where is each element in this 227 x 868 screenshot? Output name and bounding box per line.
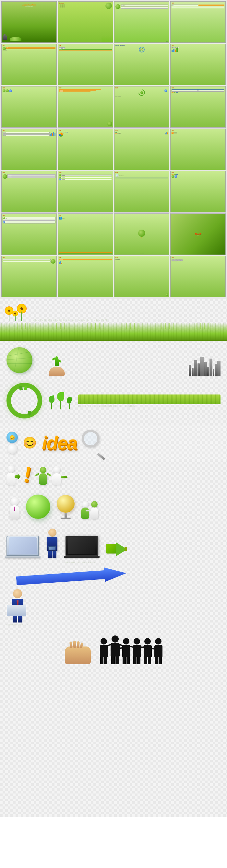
design-watermark-4: DESIGN DESIGN (6, 623, 29, 626)
silhouette-1 (100, 638, 108, 664)
megaphone-element (106, 540, 127, 558)
business-person-section: DESIGN DESIGN (0, 586, 227, 629)
slide-28[interactable]: TEXT TEXT TEXT TEXT TEXT Chain/connected… (170, 256, 226, 297)
slide-4[interactable]: TEXT TEXT TEXT Click to add text here (170, 1, 226, 43)
figure-tie (10, 497, 20, 519)
sunflower-1 (6, 308, 12, 321)
slide-26[interactable]: TEXT Click to add text Click to add text… (58, 256, 113, 297)
slide-16[interactable]: TEXT TEXT Click to add text TEXT Click t… (170, 129, 226, 170)
slide-25[interactable]: TEXT TEXT TEXT Click to add text content (1, 256, 57, 297)
laptop-white (6, 536, 39, 558)
silhouette-4 (133, 638, 141, 664)
laptop-section: DESIGN DESIGN DESIGN (0, 525, 227, 563)
slide-9[interactable]: TEXT TEXT TEXT TEXT TEXT (1, 86, 57, 128)
slides-grid: Asadal PowerPoint Future city Innovation… (0, 0, 227, 299)
slide-17[interactable]: TEXT Click to add text Click to add text… (1, 171, 57, 213)
city-skyline (189, 357, 221, 376)
slide-12[interactable]: TEXT A text B text TEXT TEXT TEXT (170, 86, 226, 128)
idea-text: idea (42, 433, 77, 452)
robot-figure: 😊 (6, 432, 18, 454)
idea-section: 😊 😊 idea (0, 425, 227, 461)
slide-11[interactable]: TEXT Recycling / cycle diagram (114, 86, 170, 128)
green-ring (6, 383, 42, 418)
sunflower-2 (13, 312, 17, 321)
globe-buildings-row (0, 341, 227, 380)
slide-2-title: Contents (59, 3, 112, 4)
slide-6[interactable]: TEXT TEXT TEXT TEXT TEXT TEXT TEXT (58, 44, 113, 85)
slide-18[interactable]: TEXT Click to add text Click to add text… (58, 171, 113, 213)
grass-field: DESIGN DESIGN DESIGN DESIGN DESIGN (78, 395, 221, 407)
leaves-group (49, 392, 72, 409)
sunflower-3 (19, 306, 25, 321)
slide-27[interactable]: TEXT Click to add text here Click to add… (114, 256, 170, 297)
blue-arrow (16, 566, 127, 588)
bizperson-laptop (47, 529, 57, 558)
slide-14[interactable]: TEXT TEXT TEXT TEXT TEXT pie chartdata (58, 129, 113, 170)
slide-8[interactable]: TEXT TEXT TEXT TEXT (170, 44, 226, 85)
green-ring-section: DESIGN DESIGN DESIGN DESIGN DESIGN (0, 380, 227, 425)
smiley-face: 😊 (23, 436, 37, 450)
bottom-spacer (0, 674, 227, 684)
figure-megaphone (6, 465, 16, 485)
gold-ball-stand (57, 495, 75, 519)
slide-10[interactable]: TEXT Click to add text Click to add text… (58, 86, 113, 128)
slide-21[interactable]: TEXT TEXT TEXT Click to add text here fo… (1, 213, 57, 255)
silhouette-5 (144, 638, 152, 664)
laptop-dark: DESIGN DESIGN DESIGN (65, 536, 98, 558)
figures-row: ! (0, 461, 227, 491)
handshake-figures (81, 501, 98, 519)
design-watermark-2: DESIGN DESIGN DESIGN DESIGN DESIGN (78, 405, 221, 407)
grass-strip (0, 323, 227, 341)
elements-section: DESIGN DESIGN DESIGN DESIGN DESIGN (0, 299, 227, 817)
slide-2-line5: Click to add text (59, 7, 112, 7)
slide-22[interactable]: TEXT 👥 Click to addtext here (58, 213, 113, 255)
green-figure (39, 467, 47, 485)
silhouette-6 (154, 638, 163, 664)
silhouettes-section (0, 629, 227, 674)
silhouette-3 (122, 638, 130, 664)
seated-businessman: DESIGN DESIGN (6, 589, 29, 626)
figure-announce (52, 466, 61, 485)
slide-19[interactable]: TEXT 👔 Click to add text here Click to a… (114, 171, 170, 213)
slide-1[interactable]: Asadal PowerPoint Future city Innovation (1, 1, 57, 43)
exclamation-3d: ! (24, 464, 31, 485)
slide-3-label: 1. Click to add text (115, 3, 168, 4)
magnifier-element (82, 430, 108, 456)
slide-24[interactable]: Thank DESIGN (170, 213, 226, 255)
design-watermark-1: DESIGN DESIGN DESIGN DESIGN DESIGN (33, 318, 107, 321)
slide-15[interactable]: TEXT TEXT Click to add text TEXT Click t… (114, 129, 170, 170)
hands-plant (49, 356, 65, 376)
slide-23[interactable]: idea DESIGN DESIGN (114, 213, 170, 255)
slide-3[interactable]: 1. Click to add text Click to add text C… (114, 1, 170, 43)
slide-thank-text: Thank (195, 233, 201, 235)
slide-20[interactable]: TEXT TEXT TEXT TEXT (170, 171, 226, 213)
slide-5[interactable]: TEXT TEXT TEXT TEXT Click to add text he… (1, 44, 57, 85)
green-ball (26, 495, 50, 519)
sunflowers-section: DESIGN DESIGN DESIGN DESIGN DESIGN (0, 299, 227, 321)
globe-element (6, 347, 42, 376)
slide-1-subtitle: Future city Innovation (3, 6, 55, 7)
slide-4-label: TEXT (172, 3, 224, 4)
hand-up (65, 647, 91, 664)
slide-2[interactable]: Contents Click to add text Click to add … (58, 1, 113, 43)
slide-13[interactable]: TEXT Click to add Click to add Click to … (1, 129, 57, 170)
balls-row (0, 491, 227, 525)
blue-arrow-section (0, 563, 227, 586)
slide-7[interactable]: A Possible Change Data Spider chart visu… (114, 44, 170, 85)
silhouette-2 (111, 636, 120, 664)
